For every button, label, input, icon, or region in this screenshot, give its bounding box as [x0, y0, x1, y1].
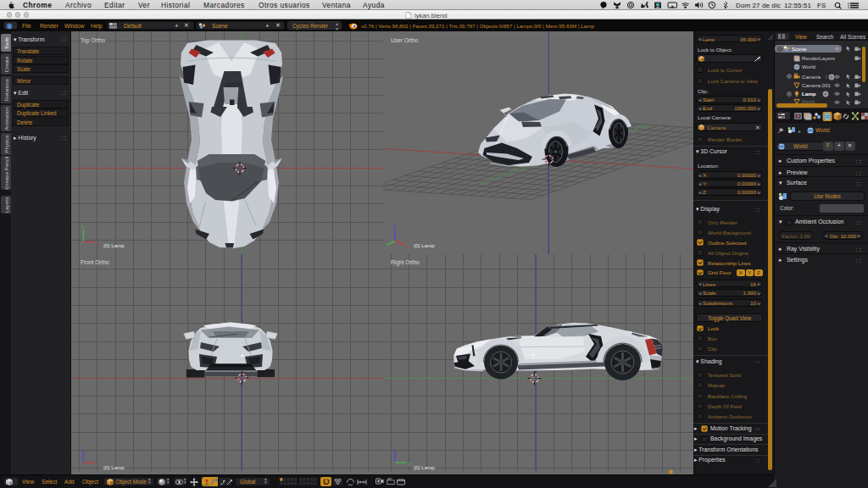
svg-text:(0) Lamp: (0) Lamp [414, 464, 435, 470]
svg-text:z: z [81, 445, 84, 450]
svg-text:(0) Lamp: (0) Lamp [103, 464, 125, 470]
svg-text:User Ortho: User Ortho [391, 37, 419, 43]
svg-text:Front Ortho: Front Ortho [81, 259, 109, 265]
svg-text:Right Ortho: Right Ortho [391, 259, 420, 266]
svg-text:y: y [409, 461, 411, 466]
svg-text:(0) Lamp: (0) Lamp [103, 242, 125, 248]
svg-text:z: z [393, 223, 396, 228]
svg-text:x: x [97, 241, 99, 246]
svg-text:(0) Lamp: (0) Lamp [414, 242, 435, 248]
svg-text:z: z [393, 445, 396, 450]
svg-text:x: x [97, 461, 99, 466]
svg-text:x: x [406, 244, 409, 249]
svg-text:y: y [81, 224, 84, 229]
svg-text:Top Ortho: Top Ortho [81, 37, 105, 44]
